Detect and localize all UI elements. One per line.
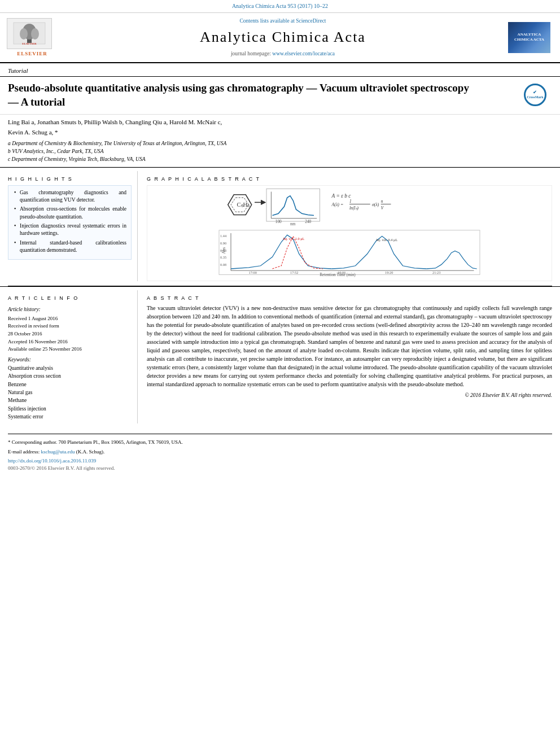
article-info-content: Article history: Received 1 August 2016 … (8, 304, 132, 423)
svg-text:1.44: 1.44 (220, 234, 227, 238)
homepage-url[interactable]: www.elsevier.com/locate/aca (272, 51, 335, 56)
svg-text:17:52: 17:52 (290, 270, 298, 274)
highlights-graphical-section: H I G H L I G H T S Gas chromatography d… (0, 167, 560, 286)
authors-section: Ling Bai a, Jonathan Smuts b, Phillip Wa… (0, 115, 560, 168)
journal-reference-text: Analytica Chimica Acta 953 (2017) 10–22 (232, 3, 328, 9)
keyword-7: Systematic error (8, 413, 132, 421)
svg-text:V: V (381, 206, 384, 211)
highlights-list: Gas chromatography diagnostics and quant… (13, 189, 126, 254)
accepted-date: Accepted 16 November 2016 (8, 338, 132, 346)
abstract-label: A B S T R A C T (147, 295, 552, 302)
article-type-label: Tutorial (0, 63, 560, 77)
abstract-column: A B S T R A C T The vacuum ultraviolet d… (147, 290, 552, 423)
svg-text:ELSEVIER: ELSEVIER (22, 42, 37, 45)
svg-text:0.08: 0.08 (220, 263, 226, 267)
journal-reference-bar: Analytica Chimica Acta 953 (2017) 10–22 (0, 0, 560, 13)
svg-rect-10 (266, 189, 320, 221)
corresponding-author: * Corresponding author. 700 Planetarium … (8, 439, 552, 446)
email-name: (K.A. Schug). (76, 449, 105, 455)
svg-text:A = ε b c: A = ε b c (331, 193, 352, 199)
affiliation-a: a Department of Chemistry & Biochemistry… (8, 139, 552, 147)
keywords-label: Keywords: (8, 356, 132, 364)
graphical-abstract-column: G R A P H I C A L A B S T R A C T C₆H₆ (147, 171, 552, 281)
svg-text:C₆H₆: C₆H₆ (237, 202, 251, 208)
keyword-2: Absorption cross section (8, 373, 132, 380)
doi-link[interactable]: http://dx.doi.org/10.1016/j.aca.2016.11.… (8, 457, 552, 465)
article-main-title: Pseudo-absolute quantitative analysis us… (8, 81, 471, 109)
graphical-abstract-label: G R A P H I C A L A B S T R A C T (147, 176, 552, 183)
svg-text:19:20: 19:20 (385, 270, 393, 274)
email-address[interactable]: kschug@uta.edu (41, 449, 75, 455)
history-label: Article history: (8, 306, 132, 313)
authors-line2: Kevin A. Schug a, * (8, 128, 552, 137)
affiliations: a Department of Chemistry & Biochemistry… (8, 139, 552, 164)
svg-rect-25 (219, 230, 480, 275)
svg-text:100: 100 (275, 219, 282, 224)
email-line: E-mail address: kschug@uta.edu (K.A. Sch… (8, 448, 552, 456)
keyword-4: Natural gas (8, 389, 132, 396)
elsevier-name-label: ELSEVIER (7, 50, 58, 58)
elsevier-tree-icon: ELSEVIER (12, 21, 46, 45)
highlights-box: Gas chromatography diagnostics and quant… (8, 185, 132, 260)
svg-text:1: 1 (349, 199, 352, 204)
journal-logo-right: ANALYTICA CHIMICA ACTA (508, 22, 553, 53)
sciencedirect-link: Contents lists available at ScienceDirec… (63, 18, 502, 25)
svg-text:Inj. vol. 1.0 μL: Inj. vol. 1.0 μL (283, 236, 304, 240)
svg-text:240: 240 (305, 219, 311, 224)
keyword-1: Quantitative analysis (8, 365, 132, 372)
received-date: Received 1 August 2016 (8, 315, 132, 322)
keyword-5: Methane (8, 397, 132, 404)
svg-point-3 (20, 28, 28, 40)
affiliation-c: c Department of Chemistry, Virginia Tech… (8, 155, 552, 163)
svg-text:19:06: 19:06 (338, 270, 345, 274)
abstract-text: The vacuum ultraviolet detector (VUV) is… (147, 304, 552, 388)
svg-text:ln(I₀): ln(I₀) (349, 206, 359, 211)
elsevier-logo-image: ELSEVIER (7, 18, 52, 49)
highlights-column: H I G H L I G H T S Gas chromatography d… (8, 171, 138, 281)
svg-text:nm: nm (290, 221, 296, 226)
keywords-section: Keywords: Quantitative analysis Absorpti… (8, 356, 132, 421)
journal-center-section: Contents lists available at ScienceDirec… (58, 18, 508, 58)
svg-point-4 (31, 28, 39, 40)
journal-title: Analytica Chimica Acta (63, 27, 502, 47)
highlight-item-1: Gas chromatography diagnostics and quant… (13, 189, 126, 204)
graphical-abstract-image: C₆H₆ 100 240 nm (147, 185, 552, 281)
issn-text: 0003-2670/© 2016 Elsevier B.V. All right… (8, 465, 552, 472)
available-date: Available online 25 November 2016 (8, 346, 132, 353)
abstract-copyright: © 2016 Elsevier B.V. All rights reserved… (147, 392, 552, 399)
svg-text:n: n (381, 199, 383, 204)
journal-homepage: journal homepage: www.elsevier.com/locat… (63, 50, 502, 58)
svg-text:17:00: 17:00 (249, 270, 257, 274)
highlights-label: H I G H L I G H T S (8, 176, 132, 183)
highlight-item-2: Absorption cross-sections for molecules … (13, 206, 126, 221)
svg-text:0.90: 0.90 (220, 241, 226, 245)
article-info-column: A R T I C L E I N F O Article history: R… (8, 290, 138, 423)
crossmark-logo[interactable]: ✔CrossMark (524, 84, 552, 106)
keyword-6: Splitless injection (8, 405, 132, 413)
elsevier-logo-container: ELSEVIER ELSEVIER (7, 18, 58, 58)
authors-line1: Ling Bai a, Jonathan Smuts b, Phillip Wa… (8, 118, 552, 126)
svg-text:σ(λ): σ(λ) (372, 202, 379, 207)
crossmark-icon: ✔CrossMark (524, 84, 546, 106)
email-label: E-mail address: (8, 449, 40, 455)
footer-section: * Corresponding author. 700 Planetarium … (8, 434, 552, 476)
highlight-item-4: Internal standard-based calibrationless … (13, 239, 126, 255)
journal-logo-box: ANALYTICA CHIMICA ACTA (508, 22, 550, 53)
received-revised-label: Received in revised form (8, 322, 132, 330)
svg-text:A(λ) =: A(λ) = (331, 202, 344, 207)
received-revised-date: 28 October 2016 (8, 330, 132, 338)
svg-text:0.63: 0.63 (220, 248, 226, 252)
affiliation-b: b VUV Analytics, Inc., Cedar Park, TX, U… (8, 147, 552, 155)
highlight-item-3: Injection diagnostics reveal systematic … (13, 222, 126, 238)
article-info-label: A R T I C L E I N F O (8, 295, 132, 302)
journal-header: ELSEVIER ELSEVIER Contents lists availab… (0, 13, 560, 63)
article-info-abstract-section: A R T I C L E I N F O Article history: R… (0, 286, 560, 429)
svg-text:21:23: 21:23 (432, 270, 440, 274)
graphical-abstract-svg: C₆H₆ 100 240 nm (147, 186, 552, 281)
svg-text:Inj. vol. 0.4 μL: Inj. vol. 0.4 μL (376, 238, 397, 242)
svg-text:0.35: 0.35 (220, 255, 226, 259)
article-title-section: Pseudo-absolute quantitative analysis us… (0, 77, 560, 114)
keyword-3: Benzene (8, 381, 132, 388)
